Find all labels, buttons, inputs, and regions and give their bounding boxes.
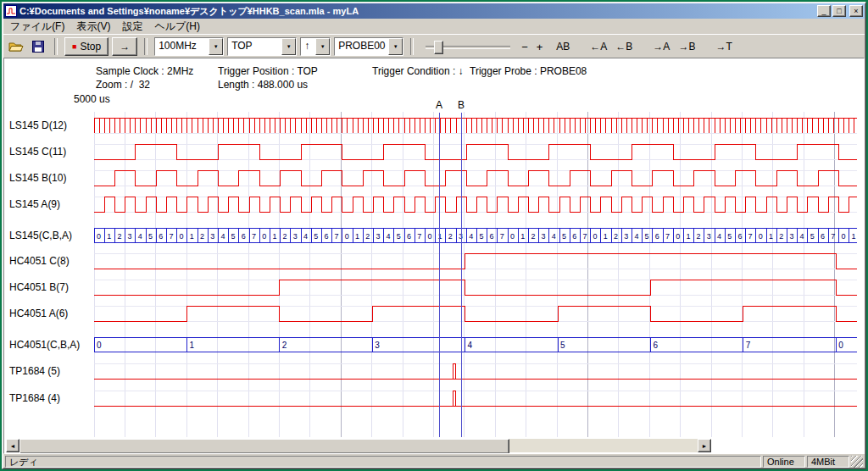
- maximize-button[interactable]: □: [832, 5, 846, 17]
- svg-text:5: 5: [397, 232, 401, 241]
- ab-cursors-button[interactable]: AB: [554, 39, 572, 54]
- stop-label: Stop: [80, 41, 101, 53]
- trigger-edge-value: ↑: [301, 38, 315, 55]
- svg-text:4: 4: [303, 232, 308, 241]
- zoom-in-button[interactable]: +: [534, 39, 546, 55]
- svg-text:7: 7: [500, 232, 504, 241]
- minimize-button[interactable]: _: [817, 5, 831, 17]
- svg-text:1: 1: [190, 232, 194, 241]
- svg-text:3: 3: [707, 232, 711, 241]
- run-button[interactable]: →: [112, 37, 137, 56]
- svg-text:0: 0: [841, 232, 845, 241]
- scroll-left-button[interactable]: ◄: [6, 439, 19, 452]
- window-controls: _ □ ×: [817, 5, 863, 17]
- svg-text:6: 6: [737, 232, 742, 241]
- svg-text:2: 2: [448, 232, 453, 241]
- svg-text:1: 1: [769, 232, 773, 241]
- svg-text:0: 0: [97, 341, 102, 350]
- svg-text:6: 6: [490, 232, 494, 241]
- chevron-down-icon[interactable]: ▼: [315, 38, 330, 55]
- svg-text:1: 1: [189, 341, 194, 350]
- goto-cursor-b-left-button[interactable]: ←B: [613, 39, 635, 54]
- svg-text:0: 0: [676, 232, 680, 241]
- close-button[interactable]: ×: [849, 5, 863, 17]
- menu-file[interactable]: ファイル(F): [4, 19, 70, 35]
- toolbar-separator: [410, 38, 414, 55]
- open-button[interactable]: [7, 37, 25, 56]
- menu-settings[interactable]: 設定: [116, 19, 148, 35]
- svg-text:2: 2: [614, 232, 618, 241]
- trigger-position-value: TOP: [228, 38, 281, 55]
- svg-text:0: 0: [838, 341, 843, 350]
- floppy-icon: [32, 41, 44, 53]
- scroll-right-button[interactable]: ►: [698, 439, 711, 452]
- chevron-down-icon[interactable]: ▼: [281, 38, 296, 55]
- sample-clock-value: 100MHz: [155, 38, 209, 55]
- svg-text:3: 3: [210, 232, 214, 241]
- waveform-hscrollbar[interactable]: ◄ ►: [6, 439, 711, 452]
- chevron-down-icon[interactable]: ▼: [209, 38, 223, 55]
- title-bar[interactable]: C:¥Documents and Settings¥noname¥デスクトップ¥…: [3, 3, 865, 19]
- svg-text:4: 4: [634, 232, 638, 241]
- resize-grip[interactable]: [851, 456, 863, 468]
- svg-text:7: 7: [582, 232, 587, 241]
- svg-text:1: 1: [355, 232, 359, 241]
- svg-text:4: 4: [220, 232, 225, 241]
- svg-text:0: 0: [427, 232, 431, 241]
- svg-text:4: 4: [387, 232, 391, 241]
- chevron-down-icon[interactable]: ▼: [388, 38, 403, 55]
- zoom-out-button[interactable]: −: [519, 39, 531, 55]
- status-message: レディ: [5, 456, 761, 468]
- svg-text:2: 2: [282, 341, 287, 350]
- svg-text:0: 0: [593, 232, 598, 241]
- svg-text:7: 7: [831, 232, 835, 241]
- trigger-edge-select[interactable]: ↑ ▼: [300, 37, 331, 56]
- svg-text:6: 6: [407, 232, 411, 241]
- sample-clock-select[interactable]: 100MHz ▼: [154, 37, 224, 56]
- goto-trigger-button[interactable]: →T: [713, 39, 734, 54]
- svg-text:4: 4: [138, 232, 142, 241]
- scrollbar-track[interactable]: [19, 439, 698, 452]
- menu-bar: ファイル(F) 表示(V) 設定 ヘルプ(H): [3, 19, 865, 34]
- svg-text:0: 0: [180, 232, 184, 241]
- svg-text:6: 6: [242, 232, 246, 241]
- zoom-slider[interactable]: [426, 38, 510, 55]
- svg-text:0: 0: [262, 232, 266, 241]
- svg-text:6: 6: [655, 232, 659, 241]
- status-bar: レディ Online 4MBit: [3, 454, 865, 468]
- svg-text:2: 2: [779, 232, 783, 241]
- svg-text:6: 6: [653, 341, 658, 350]
- goto-cursor-a-left-button[interactable]: ←A: [587, 39, 609, 54]
- app-icon: [5, 5, 17, 17]
- svg-text:5: 5: [314, 232, 318, 241]
- svg-text:0: 0: [759, 232, 763, 241]
- svg-text:2: 2: [200, 232, 204, 241]
- scrollbar-thumb[interactable]: [19, 439, 509, 454]
- toolbar-separator: [144, 38, 147, 55]
- goto-cursor-a-right-button[interactable]: →A: [650, 39, 672, 54]
- svg-text:6: 6: [159, 232, 163, 241]
- svg-text:7: 7: [252, 232, 256, 241]
- waveform-plot[interactable]: 0123456701234567012345670123456701234567…: [4, 58, 864, 453]
- svg-text:1: 1: [520, 232, 525, 241]
- svg-text:0: 0: [510, 232, 515, 241]
- trigger-probe-select[interactable]: PROBE00 ▼: [334, 37, 403, 56]
- svg-text:7: 7: [746, 341, 751, 350]
- stop-button[interactable]: ■ Stop: [64, 37, 108, 56]
- svg-text:1: 1: [604, 232, 608, 241]
- menu-view[interactable]: 表示(V): [70, 19, 116, 35]
- save-button[interactable]: [29, 37, 47, 56]
- svg-text:7: 7: [665, 232, 670, 241]
- svg-text:3: 3: [542, 232, 546, 241]
- svg-text:2: 2: [365, 232, 370, 241]
- svg-text:2: 2: [697, 232, 701, 241]
- svg-text:3: 3: [624, 232, 628, 241]
- svg-text:6: 6: [572, 232, 576, 241]
- svg-text:5: 5: [645, 232, 649, 241]
- menu-help[interactable]: ヘルプ(H): [148, 19, 206, 35]
- goto-cursor-b-right-button[interactable]: →B: [676, 39, 698, 54]
- slider-thumb[interactable]: [434, 41, 443, 54]
- trigger-position-select[interactable]: TOP ▼: [227, 37, 297, 56]
- svg-text:3: 3: [293, 232, 298, 241]
- svg-text:1: 1: [107, 232, 111, 241]
